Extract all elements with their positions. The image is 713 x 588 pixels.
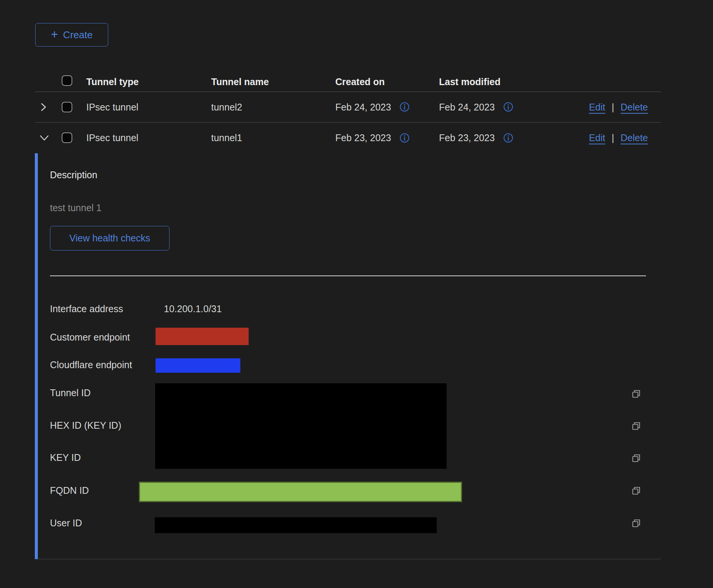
chevron-down-icon[interactable] [38,132,52,144]
interface-address-label: Interface address [50,303,123,314]
column-header-tunnel-type: Tunnel type [86,76,139,87]
created-on-date: Feb 24, 2023 [335,101,391,112]
info-icon[interactable] [503,132,514,143]
description-label: Description [50,170,97,180]
fqdn-id-label: FQDN ID [50,485,89,496]
interface-address-value: 10.200.1.0/31 [164,303,222,314]
copy-icon[interactable] [631,453,641,464]
info-icon[interactable] [399,102,410,112]
create-button-label: Create [63,29,93,41]
select-all-checkbox[interactable] [62,75,72,86]
row-actions: Edit | Delete [589,132,648,143]
row-actions: Edit | Delete [589,101,648,112]
created-on-date: Feb 23, 2023 [335,132,391,143]
create-button[interactable]: + Create [35,23,108,47]
user-id-redaction [155,517,437,533]
table-header: Tunnel type Tunnel name Created on Last … [35,72,661,92]
section-divider [50,275,646,276]
tunnel-type-cell: IPsec tunnel [86,101,139,112]
description-value: test tunnel 1 [50,202,101,213]
edit-link[interactable]: Edit [589,132,605,143]
ids-redaction [155,383,447,469]
tunnel-name-cell: tunnel1 [211,132,242,143]
column-header-last-modified: Last modified [439,76,501,87]
fqdn-id-redaction [139,482,462,502]
row-checkbox[interactable] [62,102,72,112]
copy-icon[interactable] [631,421,641,431]
copy-icon[interactable] [631,389,641,399]
created-on-cell: Feb 23, 2023 [335,132,410,143]
action-separator: | [612,132,614,143]
hex-id-label: HEX ID (KEY ID) [50,420,121,431]
user-id-label: User ID [50,518,82,529]
customer-endpoint-redaction [156,328,249,345]
customer-endpoint-label: Customer endpoint [50,332,130,343]
tunnel-detail-panel: Description test tunnel 1 View health ch… [35,153,661,559]
info-icon[interactable] [399,132,410,143]
tunnels-page: + Create Tunnel type Tunnel name Created… [0,0,713,588]
column-header-tunnel-name: Tunnel name [211,76,269,87]
last-modified-date: Feb 24, 2023 [439,101,495,112]
column-header-created-on: Created on [335,76,385,87]
delete-link[interactable]: Delete [621,101,648,112]
copy-icon[interactable] [631,485,641,496]
cloudflare-endpoint-label: Cloudflare endpoint [50,359,132,370]
table-row: IPsec tunnel tunnel1 Feb 23, 2023 Feb 23… [35,122,661,153]
key-id-label: KEY ID [50,452,81,463]
delete-link[interactable]: Delete [621,132,648,143]
tunnel-id-label: Tunnel ID [50,387,90,398]
view-health-checks-button[interactable]: View health checks [50,226,170,250]
table-row: IPsec tunnel tunnel2 Feb 24, 2023 Feb 24… [35,92,661,123]
last-modified-cell: Feb 24, 2023 [439,101,514,112]
last-modified-cell: Feb 23, 2023 [439,132,514,143]
info-icon[interactable] [503,102,514,112]
tunnel-name-cell: tunnel2 [211,101,242,112]
chevron-right-icon[interactable] [38,101,52,113]
row-checkbox[interactable] [62,132,72,143]
copy-icon[interactable] [631,518,641,529]
created-on-cell: Feb 24, 2023 [335,101,410,112]
tunnel-type-cell: IPsec tunnel [86,132,139,143]
plus-icon: + [51,28,58,40]
last-modified-date: Feb 23, 2023 [439,132,495,143]
action-separator: | [612,101,614,112]
edit-link[interactable]: Edit [589,101,605,112]
cloudflare-endpoint-redaction [156,358,240,373]
